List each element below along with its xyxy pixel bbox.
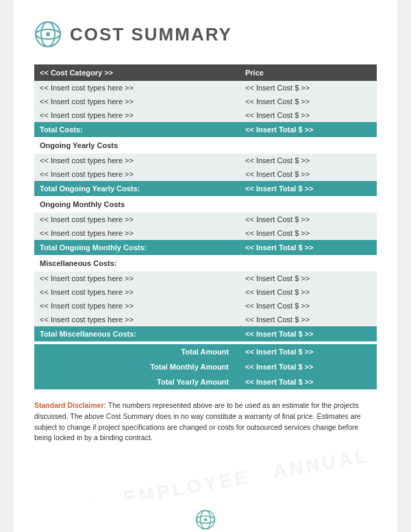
total-label: Total Costs: [34, 122, 240, 137]
total-price: << Insert Total $ >> [240, 240, 377, 255]
cell-price: << Insert Cost $ >> [240, 299, 377, 313]
cell-category: << Insert cost types here >> [34, 108, 240, 122]
table-row: << Insert cost types here >><< Insert Co… [34, 285, 377, 299]
total-price: << Insert Total $ >> [240, 122, 377, 137]
total-price: << Insert Total $ >> [240, 181, 377, 196]
table-row: << Insert cost types here >><< Insert Co… [34, 213, 377, 226]
cell-category: << Insert cost types here >> [34, 285, 240, 299]
table-row: << Insert cost types here >><< Insert Co… [34, 299, 377, 313]
summary-price: << Insert Total $ >> [240, 374, 377, 389]
table-row: << Insert cost types here >><< Insert Co… [34, 81, 377, 95]
cell-category: << Insert cost types here >> [34, 313, 240, 326]
summary-price: << Insert Total $ >> [240, 359, 377, 374]
section-header-label: Ongoing Monthly Costs [34, 196, 377, 213]
watermark-area: BOOK EMPLOYEE ANNUAL REPORT DOCUMENT [34, 444, 377, 498]
table-row: << Insert cost types here >><< Insert Co… [34, 271, 377, 285]
svg-point-7 [204, 518, 208, 522]
table-row: << Insert cost types here >><< Insert Co… [34, 167, 377, 181]
table-row: << Insert cost types here >><< Insert Co… [34, 108, 377, 122]
page-title: COST SUMMARY [70, 24, 232, 45]
cell-price: << Insert Cost $ >> [240, 313, 377, 326]
summary-label: Total Yearly Amount [34, 374, 240, 389]
cell-price: << Insert Cost $ >> [240, 226, 377, 240]
total-row: Total Ongoing Yearly Costs:<< Insert Tot… [34, 181, 377, 196]
cell-price: << Insert Cost $ >> [240, 167, 377, 181]
section-header-row: Miscellaneous Costs: [34, 255, 377, 271]
total-row: Total Ongoing Monthly Costs:<< Insert To… [34, 240, 377, 255]
table-row: << Insert cost types here >><< Insert Co… [34, 226, 377, 240]
summary-label: Total Monthly Amount [34, 359, 240, 374]
cell-category: << Insert cost types here >> [34, 213, 240, 226]
page: COST SUMMARY << Cost Category >> Price <… [14, 0, 397, 532]
cell-category: << Insert cost types here >> [34, 154, 240, 167]
disclaimer: Standard Disclaimer: The numbers represe… [34, 400, 377, 444]
cell-price: << Insert Cost $ >> [240, 213, 377, 226]
total-price: << Insert Total $ >> [240, 326, 377, 341]
watermark: BOOK EMPLOYEE ANNUAL REPORT DOCUMENT [34, 444, 377, 498]
total-label: Total Miscellaneous Costs: [34, 326, 240, 341]
summary-row: Total Amount<< Insert Total $ >> [34, 344, 377, 359]
section-header-label: Miscellaneous Costs: [34, 255, 377, 271]
cell-price: << Insert Cost $ >> [240, 95, 377, 108]
header: COST SUMMARY [34, 21, 377, 48]
svg-point-3 [46, 32, 50, 36]
footer-logo-icon [195, 509, 216, 530]
table-row: << Insert cost types here >><< Insert Co… [34, 313, 377, 326]
cell-category: << Insert cost types here >> [34, 95, 240, 108]
table-row: << Insert cost types here >><< Insert Co… [34, 95, 377, 108]
footer: <<Domain>> [34, 509, 377, 532]
cell-price: << Insert Cost $ >> [240, 81, 377, 95]
col-header-category: << Cost Category >> [34, 64, 240, 81]
cell-category: << Insert cost types here >> [34, 167, 240, 181]
cell-category: << Insert cost types here >> [34, 271, 240, 285]
summary-price: << Insert Total $ >> [240, 344, 377, 359]
disclaimer-label: Standard Disclaimer: [34, 401, 106, 409]
section-header-row: Ongoing Monthly Costs [34, 196, 377, 213]
total-label: Total Ongoing Yearly Costs: [34, 181, 240, 196]
section-header-label: Ongoing Yearly Costs [34, 137, 377, 154]
table-header-row: << Cost Category >> Price [34, 64, 377, 81]
cell-category: << Insert cost types here >> [34, 299, 240, 313]
cell-price: << Insert Cost $ >> [240, 285, 377, 299]
cell-category: << Insert cost types here >> [34, 81, 240, 95]
summary-row: Total Monthly Amount<< Insert Total $ >> [34, 359, 377, 374]
cell-category: << Insert cost types here >> [34, 226, 240, 240]
total-label: Total Ongoing Monthly Costs: [34, 240, 240, 255]
summary-label: Total Amount [34, 344, 240, 359]
col-header-price: Price [240, 64, 377, 81]
logo-icon [34, 21, 62, 48]
cell-price: << Insert Cost $ >> [240, 271, 377, 285]
section-header-row: Ongoing Yearly Costs [34, 137, 377, 154]
cell-price: << Insert Cost $ >> [240, 108, 377, 122]
summary-row: Total Yearly Amount<< Insert Total $ >> [34, 374, 377, 389]
total-row: Total Miscellaneous Costs:<< Insert Tota… [34, 326, 377, 341]
table-row: << Insert cost types here >><< Insert Co… [34, 154, 377, 167]
cost-summary-table: << Cost Category >> Price << Insert cost… [34, 64, 377, 389]
total-row: Total Costs:<< Insert Total $ >> [34, 122, 377, 137]
cell-price: << Insert Cost $ >> [240, 154, 377, 167]
